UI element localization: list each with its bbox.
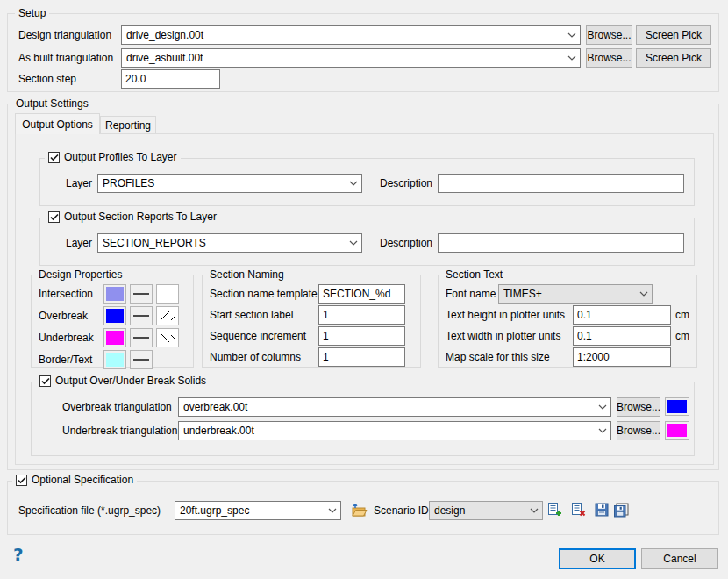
tab-output-options-label: Output Options [22,118,93,131]
design-browse-button[interactable]: Browse... [586,25,632,45]
chevron-down-icon[interactable] [564,49,580,67]
chevron-down-icon[interactable] [636,285,652,303]
underbreak-browse-button[interactable]: Browse... [617,421,660,440]
break-solids-title: Output Over/Under Break Solids [55,375,206,387]
chevron-down-icon[interactable] [346,175,361,192]
break-solids-group: Output Over/Under Break Solids Overbreak… [31,382,695,456]
text-width-input[interactable] [573,326,671,346]
section-step-label: Section step [18,69,76,89]
delete-scenario-icon[interactable] [569,501,587,518]
design-properties-group: Design Properties Intersection Overbreak… [31,275,194,368]
tab-reporting-label: Reporting [105,119,151,132]
intersection-color-button[interactable] [103,284,126,304]
overbreak-linestyle-button[interactable] [130,306,153,325]
chevron-down-icon[interactable] [564,26,580,44]
setup-group: Setup Design triangulation drive_design.… [7,13,719,92]
font-name-value: TIMES+ [499,288,636,300]
overbreak-color-button[interactable] [103,306,126,325]
font-name-combo[interactable]: TIMES+ [498,284,653,304]
section-name-template-input[interactable] [318,284,405,304]
open-folder-icon[interactable] [350,501,368,518]
cancel-button[interactable]: Cancel [641,548,718,569]
profiles-description-input[interactable] [438,174,684,193]
overbreak-solid-color-button[interactable] [665,397,689,416]
save-scenario-icon[interactable] [593,501,610,518]
asbuilt-triangulation-label: As built triangulation [18,48,113,68]
profiles-layer-combo[interactable]: PROFILES [97,174,362,193]
chevron-down-icon[interactable] [325,502,340,519]
underbreak-triangulation-value: underbreak.00t [179,425,595,437]
profiles-layer-label: Layer [66,174,92,193]
underbreak-color-button[interactable] [103,328,126,347]
border-text-color-button[interactable] [103,350,126,369]
font-name-label: Font name [446,284,496,304]
profiles-description-label: Description [380,174,432,193]
help-icon[interactable]: ? [13,544,24,565]
ok-button[interactable]: OK [559,548,636,569]
sequence-increment-input[interactable] [318,326,405,346]
save-all-scenarios-icon[interactable] [612,501,630,518]
section-step-input[interactable] [121,69,220,89]
reports-description-input[interactable] [438,233,684,253]
design-triangulation-combo[interactable]: drive_design.00t [121,25,581,45]
design-properties-title: Design Properties [35,268,125,281]
intersection-label: Intersection [39,284,93,304]
section-naming-title: Section Naming [206,268,288,281]
dialog: Setup Design triangulation drive_design.… [0,0,728,579]
section-text-title: Section Text [442,268,506,281]
border-text-linestyle-button[interactable] [130,350,153,369]
reports-layer-value: SECTION_REPORTS [98,237,346,249]
text-width-label: Text width in plotter units [446,326,560,346]
map-scale-input[interactable] [573,347,671,367]
design-triangulation-label: Design triangulation [18,25,111,45]
output-settings-group: Output Settings Output Options Reporting… [7,104,719,470]
overbreak-triangulation-combo[interactable]: overbreak.00t [178,397,611,417]
start-section-label-input[interactable] [318,305,405,325]
chevron-down-icon[interactable] [526,502,542,519]
overbreak-label: Overbreak [39,306,88,325]
section-reports-checkbox[interactable] [48,211,60,223]
output-profiles-title: Output Profiles To Layer [64,151,177,163]
asbuilt-triangulation-combo[interactable]: drive_asbuilt.00t [121,48,581,68]
add-scenario-icon[interactable] [546,501,563,518]
output-profiles-group: Output Profiles To Layer Layer PROFILES … [39,158,695,206]
section-reports-group: Output Section Reports To Layer Layer SE… [39,218,695,266]
overbreak-browse-button[interactable]: Browse... [617,397,660,417]
tab-reporting[interactable]: Reporting [100,116,156,134]
number-of-columns-input[interactable] [318,347,405,367]
design-triangulation-value: drive_design.00t [122,29,564,41]
underbreak-triangulation-combo[interactable]: underbreak.00t [178,421,611,440]
scenario-id-combo[interactable]: design [429,501,543,520]
chevron-down-icon[interactable] [346,234,361,252]
specification-file-value: 20ft.ugrp_spec [175,504,325,517]
intersection-pattern-button[interactable] [156,284,179,304]
specification-file-combo[interactable]: 20ft.ugrp_spec [175,501,341,520]
border-text-label: Border/Text [39,350,92,369]
design-screen-pick-button[interactable]: Screen Pick [636,25,711,45]
sequence-increment-label: Sequence increment [210,326,306,346]
profiles-layer-value: PROFILES [98,177,346,189]
chevron-down-icon[interactable] [595,422,610,440]
intersection-linestyle-button[interactable] [130,284,153,304]
optional-specification-title: Optional Specification [32,474,133,486]
asbuilt-browse-button[interactable]: Browse... [586,48,632,68]
overbreak-pattern-button[interactable] [156,306,179,325]
underbreak-pattern-button[interactable] [156,328,179,347]
scenario-id-value: design [430,504,526,517]
optional-specification-checkbox[interactable] [16,475,27,486]
underbreak-linestyle-button[interactable] [130,328,153,347]
number-of-columns-label: Number of columns [210,347,301,367]
break-solids-checkbox[interactable] [39,375,51,387]
reports-layer-combo[interactable]: SECTION_REPORTS [97,233,362,253]
reports-layer-label: Layer [66,233,92,253]
output-profiles-checkbox[interactable] [48,152,60,163]
chevron-down-icon[interactable] [595,398,610,416]
scenario-id-label: Scenario ID [374,501,429,520]
asbuilt-screen-pick-button[interactable]: Screen Pick [636,48,711,68]
underbreak-solid-color-button[interactable] [665,421,689,440]
text-height-input[interactable] [573,305,671,325]
specification-file-label: Specification file (*.ugrp_spec) [18,501,161,520]
section-naming-group: Section Naming Section name template Sta… [202,275,421,368]
tab-output-options[interactable]: Output Options [15,113,100,134]
reports-description-label: Description [380,233,432,253]
